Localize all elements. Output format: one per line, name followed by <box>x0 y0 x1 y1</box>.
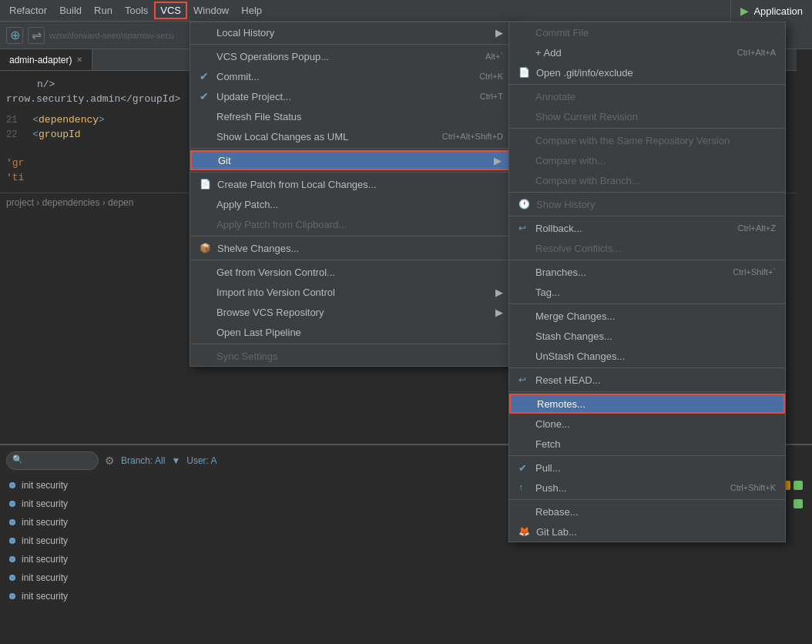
git-menu-pull[interactable]: ✔ Pull... <box>509 458 785 478</box>
shortcut-label: Ctrl+Alt+Z <box>737 223 776 233</box>
git-menu-separator <box>509 192 785 193</box>
vcs-menu-shelve[interactable]: 📦 Shelve Changes... <box>190 238 512 258</box>
git-menu-rollback[interactable]: ↩ Rollback... Ctrl+Alt+Z <box>509 218 785 238</box>
git-menu-item-label: Resolve Conflicts... <box>535 243 621 254</box>
git-menu-add[interactable]: + Add Ctrl+Alt+A <box>509 42 785 62</box>
commit-dot <box>9 593 15 599</box>
git-menu-compare-same: Compare with the Same Repository Version <box>509 130 785 150</box>
vcs-menu-update[interactable]: ✔ Update Project... Ctrl+T <box>190 86 512 106</box>
menubar: Refactor Build Run Tools VCS Window Help… <box>0 0 812 22</box>
shortcut-label: Ctrl+Shift+` <box>733 267 776 277</box>
menu-build[interactable]: Build <box>53 2 88 19</box>
vcs-menu-import-vcs[interactable]: Import into Version Control ▶ <box>190 282 512 302</box>
git-menu-branches[interactable]: Branches... Ctrl+Shift+` <box>509 262 785 282</box>
list-item[interactable]: init security <box>6 550 806 569</box>
git-menu-item-label: Stash Changes... <box>535 330 612 342</box>
git-menu-unstash[interactable]: UnStash Changes... <box>509 346 785 366</box>
git-menu-stash[interactable]: Stash Changes... <box>509 326 785 346</box>
git-menu-separator <box>509 367 785 368</box>
git-menu-item-label: Fetch <box>535 438 561 450</box>
toolbar-icon-globe[interactable]: ⊕ <box>6 27 23 44</box>
commit-dot <box>9 482 15 488</box>
git-menu-item-label: Show Current Revision <box>535 111 638 122</box>
vcs-menu-browse-vcs[interactable]: Browse VCS Repository ▶ <box>190 302 512 322</box>
menu-tools[interactable]: Tools <box>119 2 154 19</box>
vcs-menu: Local History ▶ VCS Operations Popup... … <box>190 22 513 367</box>
git-menu-merge[interactable]: Merge Changes... <box>509 306 785 326</box>
vcs-menu-get-vcs[interactable]: Get from Version Control... <box>190 262 512 282</box>
git-menu-remotes[interactable]: Remotes... <box>509 394 785 414</box>
submenu-arrow-icon: ▶ <box>495 287 503 298</box>
editor-tab[interactable]: admin-adapter) ✕ <box>0 49 92 70</box>
git-menu-fetch[interactable]: Fetch <box>509 434 785 454</box>
git-menu-item-label: + Add <box>535 47 562 59</box>
git-menu-separator <box>509 84 785 85</box>
code-dependency-close: > <box>99 114 105 126</box>
vcs-menu-commit[interactable]: ✔ Commit... Ctrl+K <box>190 66 512 86</box>
git-menu-item-label: Show History <box>536 199 596 210</box>
git-menu-resolve-conflicts: Resolve Conflicts... <box>509 238 785 258</box>
git-menu-item-label: Reset HEAD... <box>535 374 601 386</box>
list-item[interactable]: init security <box>6 569 806 587</box>
git-menu-rebase[interactable]: Rebase... <box>509 501 785 522</box>
vcs-menu-item-label: Apply Patch from Clipboard... <box>216 219 347 230</box>
run-configuration-button[interactable]: ▶ Application <box>730 0 812 22</box>
shortcut-label: Ctrl+Shift+K <box>730 483 776 492</box>
git-menu-gitlab[interactable]: 🦊 Git Lab... <box>509 522 785 542</box>
vcs-menu-refresh[interactable]: Refresh File Status <box>190 106 512 126</box>
user-filter[interactable]: User: A <box>186 455 216 466</box>
vcs-menu-uml[interactable]: Show Local Changes as UML Ctrl+Alt+Shift… <box>190 126 512 146</box>
commit-dot <box>9 575 15 581</box>
vcs-menu-create-patch[interactable]: 📄 Create Patch from Local Changes... <box>190 174 512 194</box>
vcs-menu-item-label: Git <box>218 155 231 166</box>
vcs-menu-item-label: Create Patch from Local Changes... <box>217 179 377 190</box>
toolbar-icon-split[interactable]: ⇌ <box>28 27 45 44</box>
branch-filter[interactable]: Branch: All <box>121 455 165 466</box>
path-hint: wzoo\forward-seen\sparrow-secu <box>49 31 174 40</box>
check-icon: ✔ <box>200 70 210 82</box>
patch-icon: 📄 <box>200 179 211 190</box>
commit-dot <box>9 538 15 544</box>
git-menu-open-exclude[interactable]: 📄 Open .git/info/exclude <box>509 62 785 82</box>
menu-help[interactable]: Help <box>235 2 268 19</box>
shortcut-label: Ctrl+T <box>480 92 503 101</box>
commit-message: init security <box>22 572 803 583</box>
tag-badge-green <box>794 499 803 508</box>
git-menu-tag[interactable]: Tag... <box>509 282 785 302</box>
menu-separator <box>190 172 512 173</box>
menu-refactor[interactable]: Refactor <box>3 2 53 19</box>
settings-icon[interactable]: ⚙ <box>105 454 115 467</box>
line-num-21: 21 <box>6 115 17 126</box>
menu-separator <box>190 236 512 236</box>
git-menu-push[interactable]: ↑ Push... Ctrl+Shift+K <box>509 478 785 498</box>
code-text-2: rrow.security.admin</groupId> <box>6 93 180 105</box>
app-label: Application <box>753 5 803 17</box>
commit-message: init security <box>22 554 803 565</box>
code-dependency-tag: < <box>32 114 39 126</box>
git-menu-item-label: Rollback... <box>535 223 582 234</box>
git-menu-clone[interactable]: Clone... <box>509 414 785 434</box>
code-groupid-open: < <box>32 129 39 140</box>
git-menu-item-label: Branches... <box>535 267 586 278</box>
vcs-menu-item-label: Apply Patch... <box>216 199 278 210</box>
tab-close-icon[interactable]: ✕ <box>76 55 82 64</box>
branch-arrow-icon: ▼ <box>171 455 180 466</box>
submenu-arrow-icon: ▶ <box>495 27 503 39</box>
list-item[interactable]: init security <box>6 587 806 605</box>
vcs-menu-local-history[interactable]: Local History ▶ <box>190 22 512 42</box>
menu-vcs[interactable]: VCS <box>154 2 187 19</box>
menu-run[interactable]: Run <box>88 2 119 19</box>
git-menu-reset-head[interactable]: ↩ Reset HEAD... <box>509 370 785 390</box>
vcs-menu-item-label: VCS Operations Popup... <box>216 51 329 62</box>
commit-dot <box>9 556 15 562</box>
vcs-menu-apply-patch[interactable]: Apply Patch... <box>190 194 512 214</box>
git-menu-separator <box>509 391 785 392</box>
git-menu-separator <box>509 128 785 129</box>
git-menu-item-label: Compare with Branch... <box>535 175 640 186</box>
menu-window[interactable]: Window <box>187 2 235 19</box>
vcs-menu-git[interactable]: Git ▶ <box>190 150 512 170</box>
vcs-menu-last-pipeline[interactable]: Open Last Pipeline <box>190 322 512 342</box>
gitlab-icon: 🦊 <box>518 526 530 537</box>
git-menu-item-label: Annotate <box>535 91 575 102</box>
vcs-menu-operations-popup[interactable]: VCS Operations Popup... Alt+` <box>190 46 512 66</box>
